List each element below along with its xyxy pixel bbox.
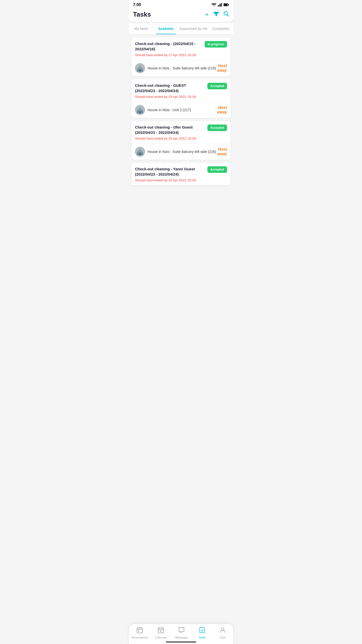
task-title-3: Check-out cleaning - Ofer Guest (2022/04… [135, 125, 204, 135]
svg-rect-2 [220, 4, 221, 7]
property-name-1: House in Nois - Suite balcony left side … [148, 66, 216, 70]
wifi-icon [211, 3, 216, 7]
status-badge-3: Accepted [207, 125, 227, 131]
property-thumb-2 [135, 105, 145, 115]
svg-rect-3 [221, 3, 222, 7]
task-title-2: Check-out cleaning - GUEST (2022/04/23 -… [135, 83, 204, 93]
tab-supervised[interactable]: Supervised by me [178, 23, 208, 34]
task-card-4[interactable]: Check-out cleaning - Yanni Guest (2022/0… [131, 163, 231, 185]
task-info-1: Check-out cleaning - (2022/04/15 - 2022/… [135, 41, 205, 57]
task-property-2: House in Nois - Unit 2 (217) Hostaway [131, 102, 231, 118]
search-button[interactable] [223, 11, 229, 18]
add-button[interactable]: + [205, 11, 209, 18]
task-property-1: House in Nois - Suite balcony left side … [131, 60, 231, 76]
status-bar: 7:00 [129, 0, 233, 9]
svg-rect-20 [139, 153, 141, 155]
svg-line-8 [227, 15, 229, 16]
battery-icon [223, 3, 229, 6]
property-name-3: House in Nois - Suite balcony left side … [148, 150, 216, 154]
svg-rect-16 [139, 111, 141, 113]
task-card-1[interactable]: Check-out cleaning - (2022/04/15 - 2022/… [131, 37, 231, 76]
property-name-2: House in Nois - Unit 2 (217) [148, 108, 191, 112]
task-main-1: Check-out cleaning - (2022/04/15 - 2022/… [131, 37, 231, 60]
task-main-3: Check-out cleaning - Ofer Guest (2022/04… [131, 121, 231, 144]
svg-rect-5 [228, 4, 229, 6]
tab-my-tasks[interactable]: My tasks [129, 23, 154, 34]
svg-point-7 [224, 12, 228, 15]
svg-rect-6 [224, 4, 228, 6]
svg-rect-1 [219, 4, 220, 7]
task-deadline-3: Should have ended by 25 Apr 2022, 02:00 [135, 137, 204, 140]
tab-completed[interactable]: Completed [208, 23, 233, 34]
property-left-1: House in Nois - Suite balcony left side … [135, 63, 216, 73]
task-card-3[interactable]: Check-out cleaning - Ofer Guest (2022/04… [131, 121, 231, 160]
svg-rect-12 [139, 70, 141, 72]
status-icons [211, 3, 229, 7]
task-title-1: Check-out cleaning - (2022/04/15 - 2022/… [135, 41, 202, 52]
hostaway-logo-2: Hostaway [217, 105, 227, 114]
task-info-2: Check-out cleaning - GUEST (2022/04/23 -… [135, 83, 207, 99]
task-info-4: Check-out cleaning - Yanni Guest (2022/0… [135, 166, 207, 182]
tabs-bar: My tasks Available Supervised by me Comp… [129, 23, 233, 34]
header: Tasks + [129, 9, 233, 22]
task-deadline-2: Should have ended by 25 Apr 2022, 02:00 [135, 95, 204, 99]
hostaway-logo-1: Hostaway [217, 64, 227, 72]
task-deadline-4: Should have ended by 25 Apr 2022, 02:00 [135, 178, 204, 182]
task-property-3: House in Nois - Suite balcony left side … [131, 144, 231, 160]
task-title-4: Check-out cleaning - Yanni Guest (2022/0… [135, 166, 204, 177]
status-badge-4: Accepted [207, 166, 227, 173]
page-title: Tasks [133, 11, 151, 18]
task-main-4: Check-out cleaning - Yanni Guest (2022/0… [131, 163, 231, 185]
property-thumb-3 [135, 147, 145, 157]
property-thumb-1 [135, 63, 145, 73]
property-left-3: House in Nois - Suite balcony left side … [135, 147, 216, 157]
tasks-list: Check-out cleaning - (2022/04/15 - 2022/… [129, 34, 233, 188]
status-time: 7:00 [133, 3, 141, 7]
task-main-2: Check-out cleaning - GUEST (2022/04/23 -… [131, 79, 231, 102]
signal-icon [218, 3, 222, 7]
tab-available[interactable]: Available [154, 23, 178, 34]
svg-rect-0 [218, 5, 219, 7]
header-actions: + [205, 11, 229, 18]
task-info-3: Check-out cleaning - Ofer Guest (2022/04… [135, 125, 207, 140]
property-left-2: House in Nois - Unit 2 (217) [135, 105, 191, 115]
task-card-2[interactable]: Check-out cleaning - GUEST (2022/04/23 -… [131, 79, 231, 118]
status-badge-1: In progress [205, 41, 227, 48]
task-deadline-1: Should have ended by 17 Apr 2022, 02:00 [135, 53, 202, 57]
status-badge-2: Accepted [207, 83, 227, 89]
filter-button[interactable] [213, 11, 219, 18]
hostaway-logo-3: Hostaway [217, 147, 227, 156]
